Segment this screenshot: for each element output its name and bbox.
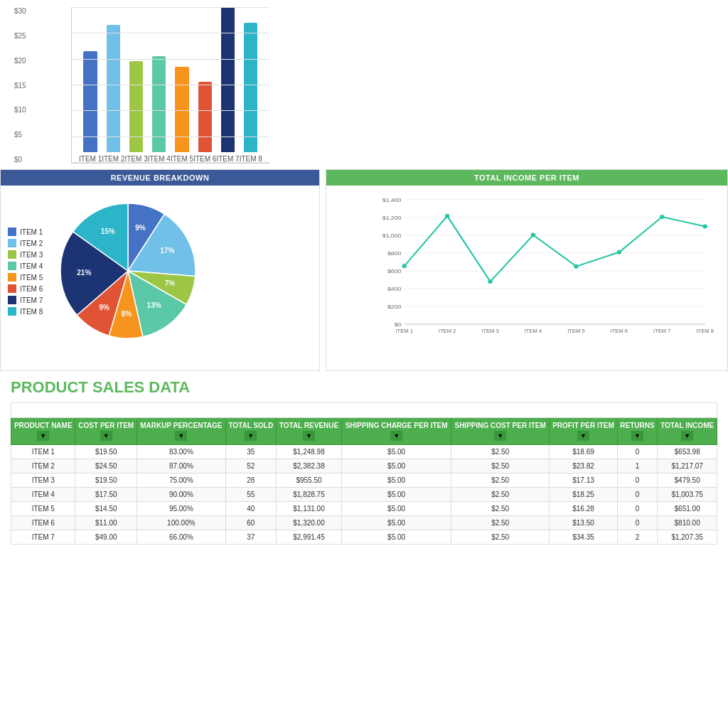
legend-label: ITEM 4 bbox=[20, 262, 43, 270]
filter-dropdown-button[interactable]: ▼ bbox=[577, 431, 589, 441]
table-row: ITEM 2$24.5087.00%52$2,382.38$5.00$2.50$… bbox=[11, 459, 717, 473]
line-chart-point bbox=[617, 250, 622, 255]
bar-group: ITEM 5 bbox=[171, 7, 193, 163]
table-cell: ITEM 1 bbox=[11, 445, 75, 459]
x-axis-label: ITEM 6 bbox=[611, 328, 628, 334]
y-axis-label: $20 bbox=[14, 57, 26, 65]
bar-group: ITEM 3 bbox=[124, 7, 147, 163]
y-axis-labels: $0$5$10$15$20$25$30 bbox=[14, 7, 26, 164]
table-cell: 100.00% bbox=[137, 516, 226, 530]
legend-color bbox=[8, 307, 16, 316]
table-cell: $955.50 bbox=[276, 473, 341, 488]
total-income-header: TOTAL INCOME PER ITEM bbox=[326, 170, 727, 186]
y-axis-label: $1,000 bbox=[382, 232, 402, 239]
table-header-cell: SHIPPING COST PER ITEM▼ bbox=[451, 418, 550, 445]
table-cell: $24.50 bbox=[75, 459, 137, 473]
product-sales-section: PRODUCT SALES DATA PRODUCT REVENUE PRODU… bbox=[0, 371, 728, 552]
table-header-cell: SHIPPING CHARGE PER ITEM▼ bbox=[342, 418, 451, 445]
bar bbox=[221, 7, 235, 152]
table-cell: 52 bbox=[225, 459, 276, 473]
bar-group: ITEM 4 bbox=[148, 7, 171, 163]
table-cell: ITEM 3 bbox=[11, 473, 75, 488]
total-income-panel: TOTAL INCOME PER ITEM $0$200$400$600$800… bbox=[326, 169, 728, 371]
pie-label: 17% bbox=[161, 247, 175, 255]
filter-dropdown-button[interactable]: ▼ bbox=[245, 431, 257, 441]
legend-item: ITEM 8 bbox=[8, 307, 43, 316]
table-cell: $16.28 bbox=[550, 502, 618, 516]
bar bbox=[175, 67, 188, 152]
table-cell: 0 bbox=[617, 473, 657, 488]
table-cell: $5.00 bbox=[342, 445, 451, 459]
bar bbox=[152, 56, 166, 152]
table-cell: ITEM 6 bbox=[11, 516, 75, 530]
filter-dropdown-button[interactable]: ▼ bbox=[390, 431, 402, 441]
table-row: ITEM 5$14.5095.00%40$1,131.00$5.00$2.50$… bbox=[11, 502, 717, 516]
table-cell: $5.00 bbox=[342, 516, 451, 530]
filter-dropdown-button[interactable]: ▼ bbox=[37, 431, 49, 441]
table-cell: $2.50 bbox=[451, 516, 550, 530]
filter-dropdown-button[interactable]: ▼ bbox=[631, 431, 643, 441]
product-table: PRODUCT REVENUE PRODUCT NAME▼COST PER IT… bbox=[11, 402, 717, 545]
table-header-cell: TOTAL INCOME▼ bbox=[658, 418, 717, 445]
bar-group: ITEM 1 bbox=[79, 7, 102, 163]
table-cell: $1,320.00 bbox=[276, 516, 341, 530]
x-axis-label: ITEM 2 bbox=[439, 328, 456, 334]
table-cell: ITEM 5 bbox=[11, 502, 75, 516]
table-cell: 37 bbox=[225, 530, 276, 545]
table-header-cell: RETURNS▼ bbox=[617, 418, 657, 445]
bar-label: ITEM 3 bbox=[124, 155, 147, 163]
table-cell: $34.35 bbox=[550, 530, 618, 545]
pie-label: 8% bbox=[122, 310, 132, 318]
y-axis-label: $10 bbox=[14, 106, 26, 114]
bar-label: ITEM 2 bbox=[102, 155, 124, 163]
table-cell: $5.00 bbox=[342, 530, 451, 545]
bar-label: ITEM 6 bbox=[193, 155, 216, 163]
table-cell: 87.00% bbox=[137, 459, 226, 473]
legend-label: ITEM 3 bbox=[20, 251, 43, 259]
legend-item: ITEM 4 bbox=[8, 262, 43, 270]
y-axis-label: $0 bbox=[14, 156, 26, 164]
y-axis-label: $800 bbox=[387, 250, 402, 257]
legend-label: ITEM 8 bbox=[20, 308, 43, 316]
table-cell: $653.98 bbox=[658, 445, 717, 459]
table-header-cell: PROFIT PER ITEM▼ bbox=[550, 418, 618, 445]
filter-dropdown-button[interactable]: ▼ bbox=[100, 431, 112, 441]
filter-dropdown-button[interactable]: ▼ bbox=[681, 431, 693, 441]
table-cell: $2.50 bbox=[451, 459, 550, 473]
line-chart-point bbox=[531, 233, 536, 237]
filter-dropdown-button[interactable]: ▼ bbox=[494, 431, 506, 441]
table-cell: 40 bbox=[225, 502, 276, 516]
table-cell: $11.00 bbox=[75, 516, 137, 530]
legend-color bbox=[8, 273, 16, 282]
filter-dropdown-button[interactable]: ▼ bbox=[303, 431, 315, 441]
bar bbox=[244, 23, 257, 153]
line-chart-svg: $0$200$400$600$800$1,000$1,200$1,400ITEM… bbox=[362, 193, 717, 349]
y-axis-label: $25 bbox=[14, 32, 26, 40]
bar-label: ITEM 8 bbox=[240, 155, 262, 163]
legend-label: ITEM 6 bbox=[20, 285, 43, 293]
filter-dropdown-button[interactable]: ▼ bbox=[175, 431, 187, 441]
table-cell: $19.50 bbox=[75, 473, 137, 488]
table-cell: $1,131.00 bbox=[276, 502, 341, 516]
table-cell: $810.00 bbox=[658, 516, 717, 530]
legend-color bbox=[8, 284, 16, 293]
table-cell: $5.00 bbox=[342, 488, 451, 502]
y-axis-label: $5 bbox=[14, 131, 26, 139]
table-cell: $14.50 bbox=[75, 502, 137, 516]
table-cell: ITEM 2 bbox=[11, 459, 75, 473]
table-cell: 28 bbox=[225, 473, 276, 488]
legend-color bbox=[8, 250, 16, 259]
pie-area: ITEM 1ITEM 2ITEM 3ITEM 4ITEM 5ITEM 6ITEM… bbox=[1, 186, 319, 358]
table-cell: $1,248.98 bbox=[276, 445, 341, 459]
table-cell: 66.00% bbox=[137, 530, 226, 545]
table-cell: $1,003.75 bbox=[658, 488, 717, 502]
x-axis-label: ITEM 7 bbox=[653, 328, 670, 334]
table-cell: $18.69 bbox=[550, 445, 618, 459]
table-cell: $2.50 bbox=[451, 502, 550, 516]
bar-group: ITEM 6 bbox=[193, 7, 216, 163]
line-chart-point bbox=[702, 225, 707, 229]
table-cell: $17.13 bbox=[550, 473, 618, 488]
y-axis-label: $30 bbox=[14, 7, 26, 15]
legend-color bbox=[8, 296, 16, 304]
table-header-cell: COST PER ITEM▼ bbox=[75, 418, 137, 445]
